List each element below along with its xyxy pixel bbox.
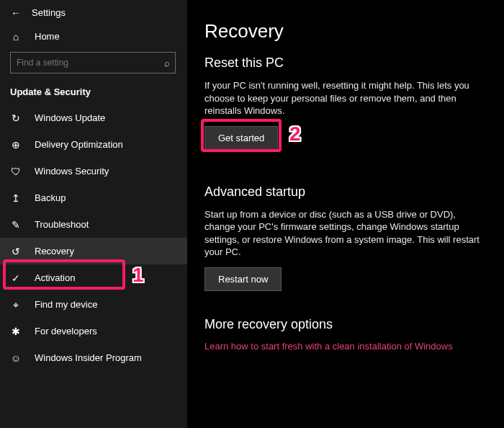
- backup-icon: ↥: [10, 193, 22, 203]
- sidebar-item-activation[interactable]: ✓ Activation: [0, 264, 187, 291]
- home-label: Home: [35, 31, 60, 42]
- reset-body: If your PC isn't running well, resetting…: [204, 79, 487, 117]
- reset-heading: Reset this PC: [204, 55, 487, 71]
- content-pane: Recovery Reset this PC If your PC isn't …: [187, 0, 504, 428]
- find-device-icon: ⌖: [10, 300, 22, 310]
- sidebar-item-label: Recovery: [35, 246, 74, 257]
- sidebar-item-label: Find my device: [35, 299, 97, 310]
- sidebar-item-label: Delivery Optimization: [35, 139, 123, 150]
- sidebar-item-windows-security[interactable]: 🛡 Windows Security: [0, 158, 187, 184]
- back-icon[interactable]: ←: [10, 8, 22, 18]
- search-input[interactable]: [10, 52, 176, 73]
- activation-icon: ✓: [10, 273, 22, 283]
- settings-title: Settings: [32, 7, 66, 18]
- sidebar-item-windows-insider[interactable]: ☺ Windows Insider Program: [0, 344, 187, 371]
- sidebar-item-delivery-optimization[interactable]: ⊕ Delivery Optimization: [0, 131, 187, 158]
- advanced-body: Start up from a device or disc (such as …: [204, 208, 487, 259]
- search-icon: ⌕: [164, 58, 170, 68]
- sidebar-item-for-developers[interactable]: ✱ For developers: [0, 318, 187, 344]
- insider-icon: ☺: [10, 353, 22, 363]
- sync-icon: ↻: [10, 113, 22, 123]
- advanced-heading: Advanced startup: [204, 184, 487, 200]
- sidebar-home[interactable]: ⌂ Home: [0, 24, 187, 49]
- sidebar-item-windows-update[interactable]: ↻ Windows Update: [0, 104, 187, 131]
- shield-icon: 🛡: [10, 166, 22, 177]
- section-label: Update & Security: [0, 79, 187, 104]
- sidebar-item-label: Windows Insider Program: [35, 352, 142, 363]
- sidebar: ← Settings ⌂ Home ⌕ Update & Security ↻ …: [0, 0, 187, 428]
- sidebar-item-label: Windows Security: [35, 166, 109, 177]
- sidebar-item-find-my-device[interactable]: ⌖ Find my device: [0, 291, 187, 318]
- search-wrap: ⌕: [0, 49, 187, 79]
- home-icon: ⌂: [10, 32, 22, 42]
- sidebar-item-recovery[interactable]: ↺ Recovery: [0, 238, 187, 264]
- delivery-icon: ⊕: [10, 140, 22, 150]
- troubleshoot-icon: ✎: [10, 220, 22, 230]
- developers-icon: ✱: [10, 326, 22, 336]
- sidebar-item-label: Windows Update: [35, 112, 105, 123]
- sidebar-item-backup[interactable]: ↥ Backup: [0, 184, 187, 211]
- more-heading: More recovery options: [204, 317, 487, 332]
- sidebar-item-label: Activation: [35, 272, 75, 283]
- restart-now-button[interactable]: Restart now: [204, 267, 282, 291]
- sidebar-item-label: Troubleshoot: [35, 219, 89, 230]
- sidebar-item-troubleshoot[interactable]: ✎ Troubleshoot: [0, 211, 187, 238]
- sidebar-item-label: Backup: [35, 192, 66, 203]
- fresh-install-link[interactable]: Learn how to start fresh with a clean in…: [204, 341, 487, 352]
- page-title: Recovery: [204, 20, 487, 43]
- window-header: ← Settings: [0, 3, 187, 24]
- get-started-button[interactable]: Get started: [204, 126, 278, 150]
- recovery-icon: ↺: [10, 246, 22, 257]
- sidebar-item-label: For developers: [35, 326, 97, 336]
